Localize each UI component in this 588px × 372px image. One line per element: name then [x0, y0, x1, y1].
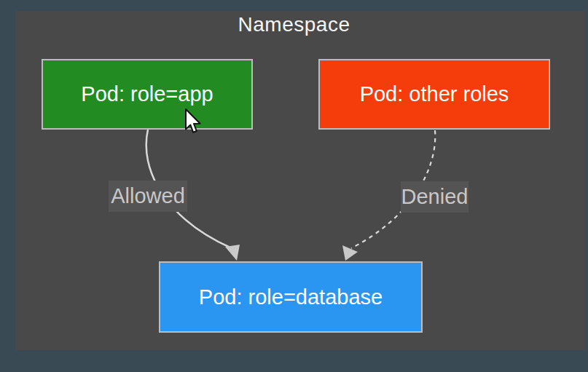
node-pod-role-database: Pod: role=database — [159, 261, 423, 333]
node-label: Pod: role=database — [199, 285, 383, 309]
diagram-canvas: { "diagram": { "title": "Namespace", "no… — [0, 0, 588, 372]
node-label: Pod: other roles — [360, 82, 509, 106]
node-pod-role-app: Pod: role=app — [42, 59, 253, 130]
namespace-title: Namespace — [0, 13, 588, 36]
edge-label-denied: Denied — [401, 181, 469, 213]
edge-label-text: Denied — [401, 185, 469, 209]
edge-label-text: Allowed — [111, 184, 185, 208]
node-pod-other-roles: Pod: other roles — [318, 59, 550, 130]
edge-label-allowed: Allowed — [109, 181, 187, 212]
node-label: Pod: role=app — [81, 82, 213, 106]
